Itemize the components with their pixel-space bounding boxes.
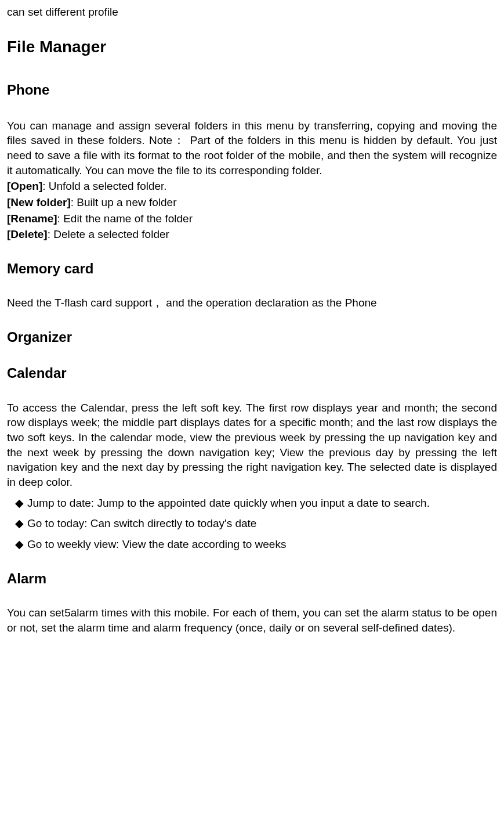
calendar-bullet-1: ◆Jump to date: Jump to the appointed dat…: [7, 496, 497, 511]
def-rename-label: [Rename]: [7, 212, 57, 225]
def-rename: [Rename]: Edit the name of the folder: [7, 211, 497, 226]
def-rename-text: : Edit the name of the folder: [57, 212, 193, 225]
calendar-paragraph: To access the Calendar, press the left s…: [7, 401, 497, 490]
def-delete: [Delete]: Delete a selected folder: [7, 227, 497, 242]
def-delete-label: [Delete]: [7, 228, 48, 240]
def-newfolder-label: [New folder]: [7, 196, 71, 208]
phone-paragraph: You can manage and assign several folder…: [7, 118, 497, 178]
def-open: [Open]: Unfold a selected folder.: [7, 179, 497, 194]
file-manager-heading: File Manager: [7, 36, 497, 58]
alarm-paragraph: You can set5alarm times with this mobile…: [7, 605, 497, 635]
def-delete-text: : Delete a selected folder: [48, 228, 169, 240]
memory-card-heading: Memory card: [7, 259, 497, 278]
intro-text: can set different profile: [7, 5, 497, 20]
diamond-icon: ◆: [15, 516, 24, 531]
def-newfolder-text: : Built up a new folder: [71, 196, 177, 208]
calendar-bullet-2: ◆Go to today: Can switch directly to tod…: [7, 516, 497, 531]
phone-heading: Phone: [7, 81, 497, 99]
calendar-bullet-3: ◆Go to weekly view: View the date accord…: [7, 537, 497, 552]
def-open-text: : Unfold a selected folder.: [42, 180, 166, 192]
calendar-bullet-2-text: Go to today: Can switch directly to toda…: [27, 517, 256, 529]
organizer-heading: Organizer: [7, 328, 497, 347]
diamond-icon: ◆: [15, 537, 24, 552]
memory-card-paragraph: Need the T-flash card support， and the o…: [7, 295, 497, 311]
calendar-heading: Calendar: [7, 364, 497, 383]
diamond-icon: ◆: [15, 496, 24, 511]
def-newfolder: [New folder]: Built up a new folder: [7, 195, 497, 210]
alarm-heading: Alarm: [7, 569, 497, 588]
calendar-bullet-1-text: Jump to date: Jump to the appointed date…: [27, 497, 430, 509]
def-open-label: [Open]: [7, 180, 42, 192]
calendar-bullet-3-text: Go to weekly view: View the date accordi…: [27, 538, 286, 550]
